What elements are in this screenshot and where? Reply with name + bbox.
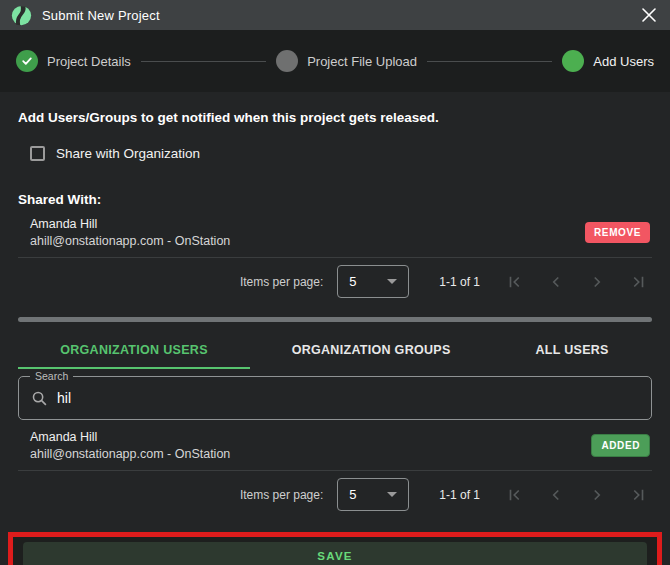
first-page-icon[interactable] [504,484,525,505]
chevron-down-icon [387,279,397,284]
tab-organization-users[interactable]: ORGANIZATION USERS [18,331,250,369]
step-label: Project File Upload [307,54,417,69]
next-page-icon[interactable] [586,484,607,505]
user-info: Amanda Hill ahill@onstationapp.com - OnS… [30,430,230,461]
step-completed-check-icon [16,50,38,72]
first-page-icon[interactable] [504,271,525,292]
user-info: Amanda Hill ahill@onstationapp.com - OnS… [30,217,230,248]
result-user-row: Amanda Hill ahill@onstationapp.com - OnS… [18,426,652,470]
step-label: Add Users [593,54,654,69]
stepper-connector [427,61,552,62]
annotation-highlight-box: SAVE [8,532,662,565]
page-size-value: 5 [349,487,387,502]
search-field-label: Search [30,370,73,382]
page-range-label: 1-1 of 1 [439,275,480,289]
step-project-file-upload[interactable]: Project File Upload [276,50,417,72]
remove-button[interactable]: REMOVE [585,222,650,243]
search-input[interactable] [57,390,639,406]
user-name: Amanda Hill [30,430,230,444]
stepper-connector [141,61,266,62]
dialog-title: Submit New Project [42,8,160,23]
share-checkbox-label: Share with Organization [56,146,200,161]
page-size-select[interactable]: 5 [337,478,409,511]
step-active-icon [562,50,584,72]
shared-user-row: Amanda Hill ahill@onstationapp.com - OnS… [18,213,652,257]
last-page-icon[interactable] [627,271,648,292]
last-page-icon[interactable] [627,484,648,505]
paginator-nav [504,484,648,505]
share-with-organization-option[interactable]: Share with Organization [30,146,652,161]
search-icon [31,390,48,407]
shared-with-paginator: Items per page: 5 1-1 of 1 [18,258,652,305]
dialog-titlebar: Submit New Project [0,0,670,30]
intro-text: Add Users/Groups to get notified when th… [18,110,652,125]
chevron-down-icon [387,492,397,497]
close-icon[interactable] [639,5,659,25]
previous-page-icon[interactable] [545,484,566,505]
step-label: Project Details [47,54,131,69]
results-paginator: Items per page: 5 1-1 of 1 [18,471,652,518]
search-field[interactable]: Search [18,376,652,420]
paginator-nav [504,271,648,292]
added-badge[interactable]: ADDED [591,434,650,457]
stepper: Project Details Project File Upload Add … [0,30,670,92]
tab-all-users[interactable]: ALL USERS [492,331,652,369]
items-per-page-label: Items per page: [240,488,323,502]
user-name: Amanda Hill [30,217,230,231]
step-add-users[interactable]: Add Users [562,50,654,72]
user-detail: ahill@onstationapp.com - OnStation [30,234,230,248]
onstation-logo-icon [11,5,32,26]
user-source-tabs: ORGANIZATION USERS ORGANIZATION GROUPS A… [18,331,652,369]
page-size-value: 5 [349,274,387,289]
tab-organization-groups[interactable]: ORGANIZATION GROUPS [250,331,492,369]
step-project-details[interactable]: Project Details [16,50,131,72]
page-range-label: 1-1 of 1 [439,488,480,502]
user-detail: ahill@onstationapp.com - OnStation [30,447,230,461]
next-page-icon[interactable] [586,271,607,292]
previous-page-icon[interactable] [545,271,566,292]
horizontal-scrollbar[interactable] [18,317,652,322]
share-checkbox[interactable] [30,146,45,161]
dialog-body: Add Users/Groups to get notified when th… [0,110,670,518]
step-pending-icon [276,50,298,72]
page-size-select[interactable]: 5 [337,265,409,298]
save-button[interactable]: SAVE [23,542,647,565]
shared-with-heading: Shared With: [18,192,652,207]
items-per-page-label: Items per page: [240,275,323,289]
